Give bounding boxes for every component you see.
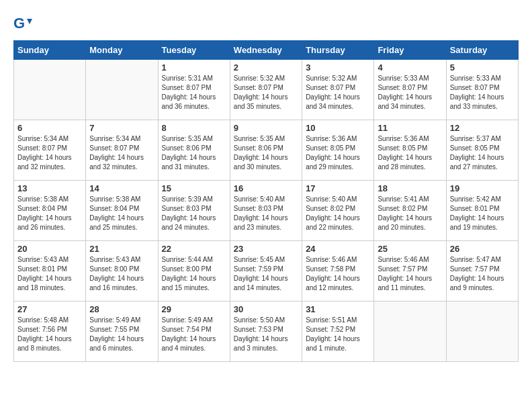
calendar-cell: 23Sunrise: 5:45 AM Sunset: 7:59 PM Dayli… — [230, 241, 302, 302]
calendar-cell — [374, 302, 446, 362]
day-detail: Sunrise: 5:34 AM Sunset: 8:07 PM Dayligh… — [89, 134, 154, 172]
day-number: 12 — [450, 123, 515, 133]
day-number: 22 — [162, 244, 226, 254]
calendar-cell: 2Sunrise: 5:32 AM Sunset: 8:07 PM Daylig… — [230, 60, 302, 120]
day-detail: Sunrise: 5:47 AM Sunset: 7:57 PM Dayligh… — [450, 255, 515, 293]
day-number: 23 — [234, 244, 298, 254]
day-detail: Sunrise: 5:39 AM Sunset: 8:03 PM Dayligh… — [162, 195, 226, 232]
day-number: 30 — [234, 304, 298, 314]
day-detail: Sunrise: 5:32 AM Sunset: 8:07 PM Dayligh… — [234, 74, 298, 111]
day-number: 8 — [162, 123, 226, 133]
calendar-cell: 21Sunrise: 5:43 AM Sunset: 8:00 PM Dayli… — [86, 241, 158, 302]
calendar-cell: 22Sunrise: 5:44 AM Sunset: 8:00 PM Dayli… — [158, 241, 230, 302]
day-number: 5 — [450, 62, 515, 73]
day-detail: Sunrise: 5:33 AM Sunset: 8:07 PM Dayligh… — [378, 74, 442, 111]
logo: G — [13, 13, 36, 34]
day-of-week-header: Thursday — [302, 41, 374, 60]
day-detail: Sunrise: 5:44 AM Sunset: 8:00 PM Dayligh… — [162, 255, 226, 293]
day-number: 16 — [234, 183, 298, 193]
calendar-cell — [86, 60, 158, 120]
day-detail: Sunrise: 5:36 AM Sunset: 8:05 PM Dayligh… — [306, 134, 370, 172]
day-detail: Sunrise: 5:50 AM Sunset: 7:53 PM Dayligh… — [234, 316, 298, 353]
day-number: 9 — [234, 123, 298, 133]
calendar-cell: 9Sunrise: 5:35 AM Sunset: 8:06 PM Daylig… — [230, 120, 302, 181]
calendar-week-row: 20Sunrise: 5:43 AM Sunset: 8:01 PM Dayli… — [14, 241, 519, 302]
logo-icon: G — [13, 13, 34, 34]
calendar-cell: 26Sunrise: 5:47 AM Sunset: 7:57 PM Dayli… — [446, 241, 518, 302]
svg-marker-1 — [27, 19, 32, 24]
day-detail: Sunrise: 5:40 AM Sunset: 8:02 PM Dayligh… — [306, 195, 370, 232]
day-number: 17 — [306, 183, 370, 193]
day-detail: Sunrise: 5:38 AM Sunset: 8:04 PM Dayligh… — [17, 195, 82, 232]
day-number: 29 — [162, 304, 226, 314]
day-number: 11 — [378, 123, 442, 133]
day-number: 4 — [378, 62, 442, 73]
calendar-week-row: 1Sunrise: 5:31 AM Sunset: 8:07 PM Daylig… — [14, 60, 519, 120]
calendar-cell: 29Sunrise: 5:49 AM Sunset: 7:54 PM Dayli… — [158, 302, 230, 362]
calendar-week-row: 6Sunrise: 5:34 AM Sunset: 8:07 PM Daylig… — [14, 120, 519, 181]
svg-text:G: G — [13, 15, 25, 32]
day-of-week-header: Tuesday — [158, 41, 230, 60]
calendar-table: SundayMondayTuesdayWednesdayThursdayFrid… — [13, 40, 519, 362]
calendar-week-row: 13Sunrise: 5:38 AM Sunset: 8:04 PM Dayli… — [14, 181, 519, 241]
day-detail: Sunrise: 5:35 AM Sunset: 8:06 PM Dayligh… — [234, 134, 298, 172]
calendar-cell — [14, 60, 86, 120]
calendar-cell: 10Sunrise: 5:36 AM Sunset: 8:05 PM Dayli… — [302, 120, 374, 181]
calendar-cell: 11Sunrise: 5:36 AM Sunset: 8:05 PM Dayli… — [374, 120, 446, 181]
day-number: 31 — [306, 304, 370, 314]
day-detail: Sunrise: 5:36 AM Sunset: 8:05 PM Dayligh… — [378, 134, 442, 172]
day-number: 1 — [162, 62, 226, 73]
day-number: 26 — [450, 244, 515, 254]
day-detail: Sunrise: 5:34 AM Sunset: 8:07 PM Dayligh… — [17, 134, 82, 172]
days-header-row: SundayMondayTuesdayWednesdayThursdayFrid… — [14, 41, 519, 60]
calendar-cell: 1Sunrise: 5:31 AM Sunset: 8:07 PM Daylig… — [158, 60, 230, 120]
day-number: 24 — [306, 244, 370, 254]
day-detail: Sunrise: 5:33 AM Sunset: 8:07 PM Dayligh… — [450, 74, 515, 111]
calendar-week-row: 27Sunrise: 5:48 AM Sunset: 7:56 PM Dayli… — [14, 302, 519, 362]
day-detail: Sunrise: 5:49 AM Sunset: 7:54 PM Dayligh… — [162, 316, 226, 353]
calendar-cell: 31Sunrise: 5:51 AM Sunset: 7:52 PM Dayli… — [302, 302, 374, 362]
day-of-week-header: Friday — [374, 41, 446, 60]
day-of-week-header: Wednesday — [230, 41, 302, 60]
calendar-cell: 5Sunrise: 5:33 AM Sunset: 8:07 PM Daylig… — [446, 60, 518, 120]
calendar-cell: 14Sunrise: 5:38 AM Sunset: 8:04 PM Dayli… — [86, 181, 158, 241]
calendar-cell: 28Sunrise: 5:49 AM Sunset: 7:55 PM Dayli… — [86, 302, 158, 362]
calendar-cell: 4Sunrise: 5:33 AM Sunset: 8:07 PM Daylig… — [374, 60, 446, 120]
calendar-cell: 25Sunrise: 5:46 AM Sunset: 7:57 PM Dayli… — [374, 241, 446, 302]
page-header: G — [13, 13, 519, 34]
day-number: 25 — [378, 244, 442, 254]
calendar-cell: 18Sunrise: 5:41 AM Sunset: 8:02 PM Dayli… — [374, 181, 446, 241]
day-detail: Sunrise: 5:31 AM Sunset: 8:07 PM Dayligh… — [162, 74, 226, 111]
day-number: 14 — [89, 183, 154, 193]
calendar-cell: 19Sunrise: 5:42 AM Sunset: 8:01 PM Dayli… — [446, 181, 518, 241]
day-number: 7 — [89, 123, 154, 133]
day-number: 18 — [378, 183, 442, 193]
day-of-week-header: Monday — [86, 41, 158, 60]
day-detail: Sunrise: 5:37 AM Sunset: 8:05 PM Dayligh… — [450, 134, 515, 172]
calendar-cell: 13Sunrise: 5:38 AM Sunset: 8:04 PM Dayli… — [14, 181, 86, 241]
calendar-cell — [446, 302, 518, 362]
calendar-cell: 3Sunrise: 5:32 AM Sunset: 8:07 PM Daylig… — [302, 60, 374, 120]
day-number: 21 — [89, 244, 154, 254]
calendar-cell: 30Sunrise: 5:50 AM Sunset: 7:53 PM Dayli… — [230, 302, 302, 362]
calendar-cell: 27Sunrise: 5:48 AM Sunset: 7:56 PM Dayli… — [14, 302, 86, 362]
calendar-cell: 7Sunrise: 5:34 AM Sunset: 8:07 PM Daylig… — [86, 120, 158, 181]
day-detail: Sunrise: 5:41 AM Sunset: 8:02 PM Dayligh… — [378, 195, 442, 232]
day-number: 19 — [450, 183, 515, 193]
day-of-week-header: Saturday — [446, 41, 518, 60]
calendar-cell: 6Sunrise: 5:34 AM Sunset: 8:07 PM Daylig… — [14, 120, 86, 181]
day-detail: Sunrise: 5:43 AM Sunset: 8:00 PM Dayligh… — [89, 255, 154, 293]
day-of-week-header: Sunday — [14, 41, 86, 60]
day-detail: Sunrise: 5:46 AM Sunset: 7:58 PM Dayligh… — [306, 255, 370, 293]
day-number: 15 — [162, 183, 226, 193]
day-detail: Sunrise: 5:32 AM Sunset: 8:07 PM Dayligh… — [306, 74, 370, 111]
calendar-cell: 16Sunrise: 5:40 AM Sunset: 8:03 PM Dayli… — [230, 181, 302, 241]
day-detail: Sunrise: 5:42 AM Sunset: 8:01 PM Dayligh… — [450, 195, 515, 232]
day-number: 3 — [306, 62, 370, 73]
day-number: 13 — [17, 183, 82, 193]
day-number: 20 — [17, 244, 82, 254]
day-detail: Sunrise: 5:46 AM Sunset: 7:57 PM Dayligh… — [378, 255, 442, 293]
day-detail: Sunrise: 5:40 AM Sunset: 8:03 PM Dayligh… — [234, 195, 298, 232]
day-detail: Sunrise: 5:51 AM Sunset: 7:52 PM Dayligh… — [306, 316, 370, 353]
day-detail: Sunrise: 5:43 AM Sunset: 8:01 PM Dayligh… — [17, 255, 82, 293]
